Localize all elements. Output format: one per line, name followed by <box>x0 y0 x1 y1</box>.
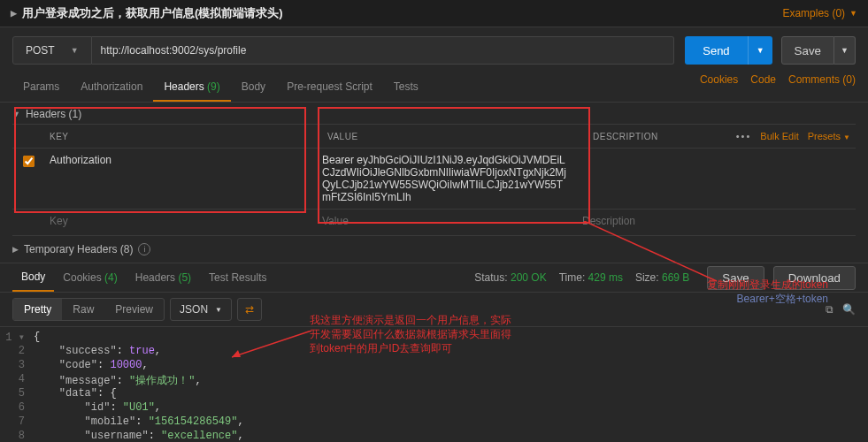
method-select[interactable]: POST▼ <box>12 36 92 65</box>
wrap-lines-icon[interactable]: ⇄ <box>237 298 262 321</box>
request-title: 用户登录成功之后，获取用户信息(模拟前端请求头) <box>22 5 283 21</box>
save-dropdown[interactable]: ▼ <box>834 36 856 65</box>
tab-prerequest[interactable]: Pre-request Script <box>276 73 383 102</box>
header-desc-placeholder[interactable]: Description <box>577 215 856 227</box>
view-pretty[interactable]: Pretty <box>13 299 62 320</box>
header-key-placeholder[interactable]: Key <box>44 215 317 227</box>
tab-headers[interactable]: Headers (9) <box>153 73 230 102</box>
chevron-down-icon: ▼ <box>849 9 857 18</box>
rtab-test-results[interactable]: Test Results <box>200 264 275 291</box>
format-select[interactable]: JSON▼ <box>170 298 232 321</box>
copy-response-icon[interactable]: ⧉ <box>826 303 833 316</box>
rtab-headers[interactable]: Headers (5) <box>127 264 200 291</box>
header-value-placeholder[interactable]: Value <box>317 215 577 227</box>
chevron-down-icon: ▼ <box>71 46 79 55</box>
tab-authorization[interactable]: Authorization <box>70 73 153 102</box>
cookies-link[interactable]: Cookies <box>700 73 738 102</box>
tab-tests[interactable]: Tests <box>383 73 429 102</box>
header-value-cell[interactable]: Bearer eyJhbGciOiJIUzI1NiJ9.eyJqdGkiOiJV… <box>317 154 577 203</box>
tab-body[interactable]: Body <box>231 73 276 102</box>
send-dropdown[interactable]: ▼ <box>748 36 772 65</box>
chevron-down-icon: ▼ <box>12 110 20 118</box>
time-meta: Time: 429 ms <box>559 271 623 284</box>
response-body[interactable]: 1 ▾{2 "success": true,3 "code": 10000,4 … <box>0 327 868 442</box>
more-options-icon[interactable]: ••• <box>736 131 752 141</box>
th-key: KEY <box>44 132 322 141</box>
header-key-cell[interactable]: Authorization <box>44 154 317 166</box>
download-response-button[interactable]: Download <box>773 266 856 290</box>
view-raw[interactable]: Raw <box>62 299 104 320</box>
tab-params[interactable]: Params <box>12 73 70 102</box>
bulk-edit-link[interactable]: Bulk Edit <box>760 131 798 141</box>
chevron-right-icon: ▶ <box>12 245 19 254</box>
send-button[interactable]: Send <box>685 36 747 65</box>
temp-headers-toggle[interactable]: ▶ Temporary Headers (8) i <box>0 236 868 263</box>
rtab-cookies[interactable]: Cookies (4) <box>54 264 126 291</box>
info-icon[interactable]: i <box>138 243 150 255</box>
url-input[interactable] <box>92 36 675 65</box>
presets-dropdown[interactable]: Presets ▼ <box>808 131 850 141</box>
expand-caret-icon[interactable]: ▶ <box>11 9 17 18</box>
view-preview[interactable]: Preview <box>104 299 164 320</box>
search-response-icon[interactable]: 🔍 <box>842 303 856 316</box>
comments-link[interactable]: Comments (0) <box>788 73 856 102</box>
code-link[interactable]: Code <box>750 73 776 102</box>
chevron-down-icon: ▼ <box>215 306 222 314</box>
header-row-empty[interactable]: Key Value Description <box>12 210 856 236</box>
row-checkbox[interactable] <box>23 156 35 167</box>
header-row[interactable]: Authorization Bearer eyJhbGciOiJIUzI1NiJ… <box>12 149 856 210</box>
save-response-button[interactable]: Save <box>707 266 764 290</box>
examples-dropdown[interactable]: Examples (0) ▼ <box>782 7 857 19</box>
save-button[interactable]: Save <box>781 36 834 65</box>
th-description: DESCRIPTION <box>588 132 736 141</box>
status-meta: Status: 200 OK <box>474 271 546 284</box>
th-value: VALUE <box>322 132 588 141</box>
headers-section-toggle[interactable]: ▼ Headers (1) <box>0 103 868 122</box>
size-meta: Size: 669 B <box>635 271 689 284</box>
rtab-body[interactable]: Body <box>12 263 54 292</box>
